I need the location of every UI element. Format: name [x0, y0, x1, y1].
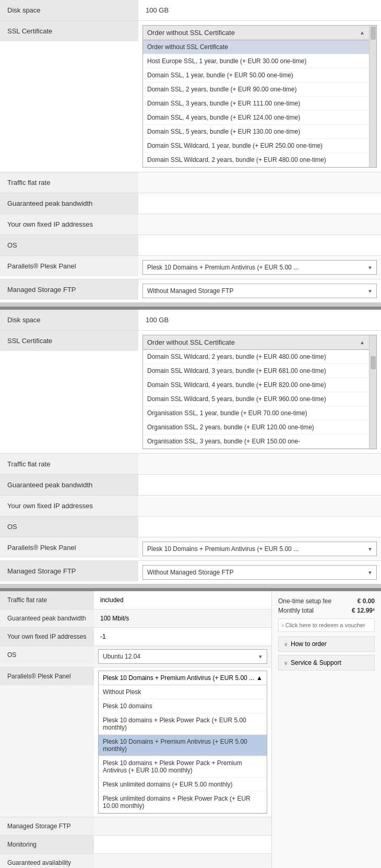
fixed-ip-value-1: [138, 214, 381, 234]
managed-row-2: Managed Storage FTP Without Managed Stor…: [0, 561, 381, 584]
ssl-option-7[interactable]: Domain SSL Wildcard, 1 year, bundle (+ E…: [143, 139, 369, 153]
ssl-option-lower-6[interactable]: Organisation SSL, 3 years, bundle (+ EUR…: [143, 435, 369, 449]
managed-value-1: Without Managed Storage FTP: [138, 279, 381, 302]
fixed-ip-label-1: Your own fixed IP addresses: [0, 214, 138, 234]
plesk-option-0[interactable]: Without Plesk: [99, 685, 267, 699]
ssl-label-2: SSL Certificate: [0, 331, 138, 351]
ssl-option-3[interactable]: Domain SSL, 2 years, bundle (+ EUR 90.00…: [143, 83, 369, 97]
ssl-dropdown-1[interactable]: Order without SSL Certificate ▲ Order wi…: [142, 25, 377, 168]
summary-guaranteed-label: Guaranteed availability: [0, 854, 94, 868]
ssl-arrow-1: ▲: [360, 30, 365, 36]
how-to-order-accordion: ∨ How to order: [278, 636, 375, 652]
ssl-option-lower-0[interactable]: Domain SSL Wildcard, 2 years, bundle (+ …: [143, 350, 369, 364]
summary-os-label: OS: [0, 646, 94, 664]
plesk-label-2: Parallels® Plesk Panel: [0, 537, 138, 558]
plesk-dropdown-open[interactable]: Plesk 10 Domains + Premium Antivirus (+ …: [98, 671, 267, 814]
plesk-option-3[interactable]: Plesk 10 Domains + Premium Antivirus (+ …: [99, 735, 267, 756]
ssl-row-1: SSL Certificate Order without SSL Certif…: [0, 21, 381, 172]
section-2: Disk space 100 GB SSL Certificate Order …: [0, 310, 381, 584]
managed-select-2[interactable]: Without Managed Storage FTP: [142, 565, 377, 580]
ssl-row-2: SSL Certificate Order without SSL Certif…: [0, 331, 381, 454]
fixed-ip-label-2: Your own fixed IP addresses: [0, 496, 138, 516]
managed-label-1: Managed Storage FTP: [0, 279, 138, 300]
summary-guaranteed-row: Guaranteed availability: [0, 854, 271, 868]
traffic-row-1: Traffic flat rate: [0, 172, 381, 193]
plesk-option-2[interactable]: Plesk 10 domains + Plesk Power Pack (+ E…: [99, 713, 267, 735]
ssl-option-lower-4[interactable]: Organisation SSL, 1 year, bundle (+ EUR …: [143, 406, 369, 420]
summary-bandwidth-value: 100 Mbit/s: [94, 609, 271, 627]
plesk-select-1[interactable]: Plesk 10 Domains + Premium Antivirus (+ …: [142, 260, 377, 275]
plesk-label-1: Parallels® Plesk Panel: [0, 256, 138, 276]
ssl-dropdown-header-2[interactable]: Order without SSL Certificate ▲: [143, 335, 369, 350]
ssl-option-0[interactable]: Order without SSL Certificate: [143, 40, 369, 54]
ssl-scrollbar-2[interactable]: [369, 335, 376, 449]
plesk-row-1: Parallels® Plesk Panel Plesk 10 Domains …: [0, 256, 381, 279]
plesk-select-input-2[interactable]: Plesk 10 Domains + Premium Antivirus (+ …: [142, 542, 377, 556]
summary-fixed-ip-label: Your own fixed IP addresses: [0, 628, 94, 646]
ssl-label-1: SSL Certificate: [0, 21, 138, 41]
summary-managed-row: Managed Storage FTP: [0, 817, 271, 836]
os-row-2: OS: [0, 517, 381, 537]
ssl-dropdown-list-1: Order without SSL Certificate Host Europ…: [143, 40, 369, 167]
managed-label-2: Managed Storage FTP: [0, 561, 138, 581]
summary-monitoring-value: [94, 836, 271, 853]
ssl-option-5[interactable]: Domain SSL, 4 years, bundle (+ EUR 124.0…: [143, 111, 369, 125]
ssl-option-2[interactable]: Domain SSL, 1 year, bundle (+ EUR 50.00 …: [143, 68, 369, 83]
traffic-label-2: Traffic flat rate: [0, 454, 138, 474]
plesk-open-header[interactable]: Plesk 10 Domains + Premium Antivirus (+ …: [99, 671, 267, 685]
bandwidth-label-1: Guaranteed peak bandwidth: [0, 193, 138, 214]
summary-os-row: OS Ubuntu 12.04: [0, 646, 271, 667]
ssl-value-1: Order without SSL Certificate ▲ Order wi…: [138, 21, 381, 172]
os-row-1: OS: [0, 235, 381, 256]
os-select-input[interactable]: Ubuntu 12.04: [98, 649, 267, 664]
ssl-option-lower-3[interactable]: Domain SSL Wildcard, 5 years, bundle (+ …: [143, 392, 369, 406]
summary-monitoring-label: Monitoring: [0, 836, 94, 853]
plesk-option-1[interactable]: Plesk 10 domains: [99, 699, 267, 713]
managed-select-1[interactable]: Without Managed Storage FTP: [142, 284, 377, 298]
traffic-value-2: [138, 454, 381, 474]
plesk-select-input-1[interactable]: Plesk 10 Domains + Premium Antivirus (+ …: [142, 260, 377, 275]
traffic-value-1: [138, 172, 381, 193]
plesk-open-list: Without Plesk Plesk 10 domains Plesk 10 …: [99, 685, 267, 813]
managed-select-input-1[interactable]: Without Managed Storage FTP: [142, 284, 377, 298]
service-support-chevron: ∨: [284, 660, 288, 666]
fixed-ip-row-1: Your own fixed IP addresses: [0, 214, 381, 235]
plesk-row-2: Parallels® Plesk Panel Plesk 10 Domains …: [0, 537, 381, 561]
os-label-2: OS: [0, 517, 138, 537]
service-support-header[interactable]: ∨ Service & Support: [279, 655, 374, 670]
disk-space-row-2: Disk space 100 GB: [0, 310, 381, 331]
voucher-text: Click here to redeem a voucher: [285, 622, 365, 628]
how-to-order-header[interactable]: ∨ How to order: [279, 637, 374, 651]
summary-fixed-ip-row: Your own fixed IP addresses -1: [0, 628, 271, 646]
summary-os-value: Ubuntu 12.04: [94, 646, 271, 667]
setup-fee-label: One-time setup fee: [278, 597, 331, 605]
voucher-link[interactable]: Click here to redeem a voucher: [278, 618, 375, 632]
os-select[interactable]: Ubuntu 12.04: [98, 649, 267, 664]
ssl-scrollbar-1[interactable]: [369, 26, 376, 167]
ssl-arrow-2: ▲: [360, 339, 365, 345]
ssl-option-lower-2[interactable]: Domain SSL Wildcard, 4 years, bundle (+ …: [143, 378, 369, 392]
summary-fixed-ip-value: -1: [94, 628, 271, 646]
ssl-option-lower-1[interactable]: Domain SSL Wildcard, 3 years, bundle (+ …: [143, 364, 369, 378]
ssl-option-8[interactable]: Domain SSL Wildcard, 2 years, bundle (+ …: [143, 153, 369, 167]
summary-managed-value: [94, 817, 271, 824]
managed-select-input-2[interactable]: Without Managed Storage FTP: [142, 565, 377, 580]
summary-plesk-value: Plesk 10 Domains + Premium Antivirus (+ …: [94, 667, 271, 817]
ssl-option-4[interactable]: Domain SSL, 3 years, bundle (+ EUR 111.0…: [143, 97, 369, 111]
bottom-left: Traffic flat rate included Guaranteed pe…: [0, 591, 271, 868]
bandwidth-value-2: [138, 475, 381, 495]
plesk-select-2[interactable]: Plesk 10 Domains + Premium Antivirus (+ …: [142, 542, 377, 556]
plesk-option-5[interactable]: Plesk unlimited domains (+ EUR 5.00 mont…: [99, 778, 267, 792]
plesk-option-4[interactable]: Plesk 10 domains + Plesk Power Pack + Pr…: [99, 756, 267, 778]
fixed-ip-row-2: Your own fixed IP addresses: [0, 496, 381, 517]
fixed-ip-value-2: [138, 496, 381, 516]
service-support-accordion: ∨ Service & Support: [278, 655, 375, 671]
monthly-line: Monthly total € 12.99²: [278, 607, 375, 614]
ssl-dropdown-2[interactable]: Order without SSL Certificate ▲ Domain S…: [142, 335, 377, 449]
ssl-dropdown-header-1[interactable]: Order without SSL Certificate ▲: [143, 26, 369, 40]
ssl-option-lower-5[interactable]: Organisation SSL, 2 years, bundle (+ EUR…: [143, 420, 369, 435]
ssl-option-1[interactable]: Host Europe SSL, 1 year, bundle (+ EUR 3…: [143, 54, 369, 68]
ssl-option-6[interactable]: Domain SSL, 5 years, bundle (+ EUR 130.0…: [143, 125, 369, 139]
plesk-option-6[interactable]: Plesk unlimited domains + Plesk Power Pa…: [99, 792, 267, 813]
summary-traffic-label: Traffic flat rate: [0, 591, 94, 609]
